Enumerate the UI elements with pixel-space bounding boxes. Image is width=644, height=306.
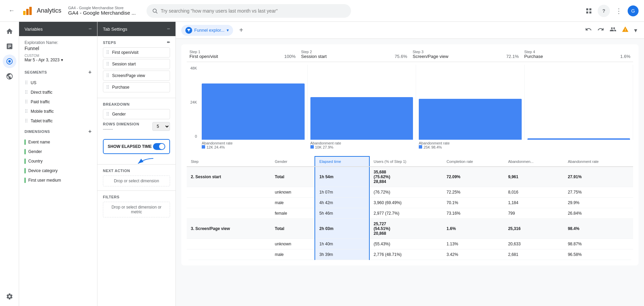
grid-button[interactable]	[583, 5, 595, 17]
tab-settings-minimize[interactable]: −	[167, 26, 170, 32]
segment-item[interactable]: ⠿Direct traffic	[19, 88, 97, 97]
edit-steps-icon[interactable]: ✏	[167, 40, 170, 45]
dimension-bar	[25, 168, 26, 173]
sidebar-explore[interactable]	[3, 55, 16, 68]
dimension-bar	[25, 139, 26, 145]
next-action-drop-zone[interactable]: Drop or select dimension	[103, 175, 170, 186]
cell-5-5: 20,633	[504, 239, 564, 249]
funnel-tab-label: Funnel explor...	[194, 28, 225, 33]
cell-6-3: 2,776 (48.71%)	[369, 249, 443, 260]
back-button[interactable]: ←	[5, 5, 18, 17]
breakdown-item[interactable]: ⠿ Gender	[103, 109, 170, 119]
dimension-label: Device category	[28, 168, 58, 173]
variables-panel: Variables − Exploration Name: Funnel Cus…	[19, 22, 97, 306]
sidebar-settings[interactable]	[3, 290, 16, 303]
more-button[interactable]: ⋮	[613, 5, 625, 17]
funnel-bar-col-3	[416, 65, 525, 140]
elapsed-time-toggle[interactable]	[153, 143, 165, 150]
cell-3-6: 26.84%	[564, 208, 633, 219]
drag-handle-icon: ⠿	[106, 85, 109, 90]
tab-dropdown-icon[interactable]: ▾	[227, 28, 229, 33]
add-dimension-button[interactable]: +	[88, 128, 92, 135]
segment-item[interactable]: ⠿Paid traffic	[19, 97, 97, 107]
y-label-24k: 24K	[190, 100, 197, 104]
cell-2-6: 29.9%	[564, 198, 633, 208]
steps-section: STEPS ✏ ⠿First open/visit⠿Session start⠿…	[97, 36, 175, 98]
dimension-item[interactable]: Gender	[19, 147, 97, 156]
svg-point-3	[153, 9, 156, 12]
step-item[interactable]: ⠿Purchase	[103, 82, 170, 92]
svg-rect-2	[29, 7, 32, 15]
funnel-tab[interactable]: Funnel explor... ▾	[181, 25, 233, 36]
step-num: Step 1	[189, 50, 296, 54]
cell-4-6: 98.4%	[564, 219, 633, 239]
breakdown-label: BREAKDOWN	[103, 102, 170, 106]
redo-button[interactable]	[596, 25, 605, 36]
sidebar-advertising[interactable]	[3, 70, 16, 83]
funnel-bar-1[interactable]	[202, 83, 305, 140]
search-bar[interactable]	[147, 4, 351, 18]
abandonment-label: Abandonment rate	[202, 141, 305, 145]
filters-drop-zone[interactable]: Drop or select dimension or metric	[103, 202, 170, 217]
cell-4-4: 1.6%	[443, 219, 504, 239]
toolbar-more-button[interactable]: ▾	[633, 25, 639, 35]
segment-item[interactable]: ⠿Tablet traffic	[19, 116, 97, 126]
cell-3-5: 799	[504, 208, 564, 219]
segment-item[interactable]: ⠿Mobile traffic	[19, 107, 97, 116]
share-users-button[interactable]	[608, 25, 618, 36]
funnel-bar-col-4	[525, 65, 633, 140]
cell-5-6: 98.87%	[564, 239, 633, 249]
step-pct: 72.1%	[506, 54, 519, 59]
add-segment-button[interactable]: +	[88, 69, 92, 75]
elapsed-arrow	[378, 156, 398, 158]
segment-item[interactable]: ⠿US	[19, 78, 97, 88]
alert-button[interactable]	[620, 25, 630, 36]
funnel-bar-2[interactable]	[310, 97, 413, 140]
rows-per-dim-select[interactable]: 51025	[152, 122, 170, 131]
step-label: Session start	[112, 62, 136, 66]
segment-label: Direct traffic	[31, 90, 52, 95]
cell-0-2: 1h 54m	[315, 167, 369, 187]
variables-title: Variables	[25, 27, 43, 32]
back-icon: ←	[9, 7, 15, 14]
svg-point-10	[8, 60, 11, 62]
cell-1-1: unknown	[271, 187, 315, 198]
topbar-subtitle: GA4 - Google Merchandise Store GA4 - Goo…	[68, 6, 136, 16]
drag-handle-icon: ⠿	[106, 111, 109, 117]
steps-list: ⠿First open/visit⠿Session start⠿Screen/P…	[103, 47, 170, 92]
next-action-section: NEXT ACTION Drop or select dimension	[97, 164, 175, 190]
cell-5-1: unknown	[271, 239, 315, 249]
undo-button[interactable]	[584, 25, 593, 36]
svg-rect-7	[586, 11, 588, 13]
funnel-bar-3[interactable]	[419, 99, 522, 140]
step-item[interactable]: ⠿Screen/Page view	[103, 71, 170, 81]
col-header-4: Completion rate	[443, 156, 504, 167]
help-button[interactable]: ?	[598, 5, 610, 17]
col-header-0: Step	[187, 156, 271, 167]
variables-minimize[interactable]: −	[89, 26, 92, 32]
funnel-bar-4[interactable]	[527, 138, 630, 140]
svg-rect-5	[586, 8, 588, 10]
cell-3-4: 73.16%	[443, 208, 504, 219]
step-item[interactable]: ⠿First open/visit	[103, 47, 170, 58]
abandonment-col-4	[525, 140, 633, 151]
icon-sidebar	[0, 22, 19, 306]
dimension-item[interactable]: Country	[19, 156, 97, 166]
sidebar-reports[interactable]	[3, 40, 16, 53]
cell-4-1: Total	[271, 219, 315, 239]
cell-4-3: 25,727 (54.51%) 20,868	[369, 219, 443, 239]
sidebar-home[interactable]	[3, 25, 16, 38]
search-input[interactable]	[161, 8, 346, 14]
step-item[interactable]: ⠿Session start	[103, 59, 170, 69]
dimension-bar	[25, 178, 26, 183]
col-header-2: Elapsed time	[315, 156, 369, 167]
segment-label: Paid traffic	[31, 100, 50, 104]
dimension-item[interactable]: Event name	[19, 137, 97, 147]
tab-settings-panel: Tab Settings − STEPS ✏ ⠿First open/visit…	[97, 22, 176, 306]
add-tab-button[interactable]: +	[236, 25, 247, 36]
date-value[interactable]: Mar 5 - Apr 3, 2023 ▾	[25, 58, 92, 62]
user-avatar[interactable]: G	[628, 5, 639, 16]
topbar-sub-small: GA4 - Google Merchandise Store	[68, 6, 136, 10]
dimension-item[interactable]: Device category	[19, 166, 97, 175]
dimension-item[interactable]: First user medium	[19, 175, 97, 185]
